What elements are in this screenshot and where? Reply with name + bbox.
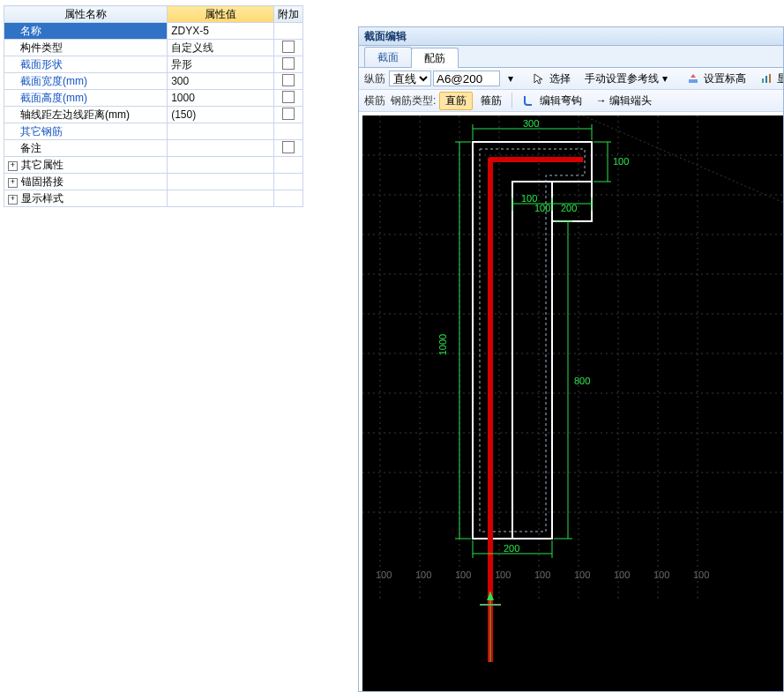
- show-label-button[interactable]: 显示标: [754, 70, 783, 88]
- expand-icon[interactable]: +: [8, 161, 18, 171]
- set-elevation-button[interactable]: 设置标高: [681, 70, 752, 88]
- ruler: 100 100 100 100 100 100 100 100 100: [376, 569, 709, 580]
- prop-name: +显示样式: [4, 190, 168, 207]
- spec-input[interactable]: [433, 71, 500, 86]
- svg-rect-3: [769, 74, 771, 83]
- prop-row-exp2[interactable]: +锚固搭接: [4, 174, 303, 190]
- prop-value[interactable]: [168, 190, 274, 207]
- expand-icon[interactable]: +: [8, 178, 18, 188]
- tab-rebar[interactable]: 配筋: [411, 48, 459, 68]
- col-extra-header: 附加: [273, 6, 302, 23]
- prop-value[interactable]: [168, 123, 274, 140]
- svg-text:100: 100: [534, 203, 550, 213]
- prop-name: 构件类型: [4, 40, 168, 56]
- prop-value[interactable]: 300: [168, 73, 274, 90]
- checkbox-icon[interactable]: [282, 141, 295, 153]
- checkbox-icon[interactable]: [282, 108, 295, 120]
- svg-text:300: 300: [523, 118, 539, 129]
- svg-text:200: 200: [561, 203, 577, 213]
- checkbox-icon[interactable]: [282, 91, 295, 103]
- prop-value[interactable]: (150): [168, 107, 274, 123]
- checkbox-icon[interactable]: [282, 57, 295, 70]
- svg-text:100: 100: [534, 569, 550, 580]
- prop-row-shape[interactable]: 截面形状异形: [4, 56, 303, 73]
- svg-text:100: 100: [376, 569, 392, 580]
- prop-extra[interactable]: [273, 107, 302, 123]
- svg-text:100: 100: [495, 569, 511, 580]
- prop-row-remark[interactable]: 备注: [4, 140, 303, 157]
- edit-end-button[interactable]: → 编辑端头: [590, 92, 658, 110]
- prop-row-exp3[interactable]: +显示样式: [4, 190, 303, 207]
- svg-text:100: 100: [455, 569, 471, 580]
- prop-extra[interactable]: [273, 140, 302, 157]
- dim-left: 1000: [437, 142, 471, 539]
- checkbox-icon[interactable]: [282, 74, 295, 86]
- col-name-header: 属性名称: [4, 6, 168, 23]
- prop-name: 截面宽度(mm): [4, 73, 168, 90]
- prop-value[interactable]: 1000: [168, 90, 274, 107]
- prop-row-height[interactable]: 截面高度(mm)1000: [4, 90, 303, 107]
- toolbar-row-2: 横筋 钢筋类型: 直筋 箍筋 编辑弯钩 → 编辑端头: [359, 90, 783, 112]
- svg-text:800: 800: [574, 376, 590, 386]
- elevation-icon: [687, 72, 699, 85]
- svg-text:200: 200: [504, 543, 519, 554]
- prop-name: 备注: [4, 140, 168, 157]
- manual-ref-button[interactable]: 手动设置参考线 ▾: [579, 70, 673, 88]
- straight-rebar-button[interactable]: 直筋: [439, 92, 473, 110]
- svg-rect-0: [689, 79, 698, 83]
- dim-right-100: 100: [594, 142, 629, 182]
- svg-rect-2: [765, 76, 767, 83]
- section-editor-window: 截面编辑 截面 配筋 纵筋 直线 ▾ 选择 手动设置参考线 ▾ 设置标高 显示标…: [358, 26, 784, 692]
- tab-section[interactable]: 截面: [364, 47, 412, 67]
- property-grid: 属性名称 属性值 附加 名称ZDYX-5构件类型自定义线截面形状异形截面宽度(m…: [4, 5, 303, 207]
- prop-extra[interactable]: [273, 90, 302, 107]
- spec-dropdown-button[interactable]: ▾: [502, 71, 519, 86]
- svg-text:100: 100: [614, 569, 630, 580]
- svg-text:100: 100: [653, 569, 669, 580]
- prop-row-axis[interactable]: 轴线距左边线距离(mm)(150): [4, 107, 303, 123]
- svg-text:100: 100: [693, 569, 709, 580]
- prop-extra: [273, 23, 302, 40]
- prop-row-width[interactable]: 截面宽度(mm)300: [4, 73, 303, 90]
- prop-name: +锚固搭接: [4, 174, 168, 190]
- stirrup-rebar-button[interactable]: 箍筋: [474, 92, 508, 110]
- editor-titlebar[interactable]: 截面编辑: [359, 27, 783, 46]
- prop-name: 截面形状: [4, 56, 168, 73]
- prop-extra: [273, 174, 302, 190]
- checkbox-icon[interactable]: [282, 41, 295, 53]
- prop-value[interactable]: 自定义线: [168, 40, 274, 56]
- prop-row-name[interactable]: 名称ZDYX-5: [4, 23, 303, 40]
- prop-extra[interactable]: [273, 56, 302, 73]
- hook-icon: [522, 94, 534, 107]
- prop-value[interactable]: [168, 157, 274, 174]
- svg-text:100: 100: [613, 156, 629, 167]
- svg-rect-1: [762, 78, 764, 83]
- edit-hook-button[interactable]: 编辑弯钩: [516, 92, 587, 110]
- prop-name: +其它属性: [4, 157, 168, 174]
- drawing-canvas[interactable]: 300 1000 100 100: [362, 115, 783, 691]
- prop-name: 轴线距左边线距离(mm): [4, 107, 168, 123]
- prop-value[interactable]: [168, 174, 274, 190]
- arrow-right-icon: →: [596, 94, 609, 107]
- line-type-select[interactable]: 直线: [389, 71, 431, 86]
- chart-icon: [760, 72, 773, 85]
- prop-row-exp1[interactable]: +其它属性: [4, 157, 303, 174]
- prop-extra[interactable]: [273, 40, 302, 56]
- prop-extra[interactable]: [273, 73, 302, 90]
- prop-value[interactable]: [168, 140, 274, 157]
- cursor-icon: [533, 72, 545, 85]
- prop-row-type[interactable]: 构件类型自定义线: [4, 40, 303, 56]
- dim-right-800: 800: [554, 221, 590, 539]
- prop-name: 截面高度(mm): [4, 90, 168, 107]
- svg-text:100: 100: [415, 569, 431, 580]
- prop-value[interactable]: ZDYX-5: [168, 23, 274, 40]
- vbar-label: 纵筋: [362, 71, 387, 86]
- prop-value[interactable]: 异形: [168, 56, 274, 73]
- dim-bottom: 200: [473, 540, 552, 558]
- select-button[interactable]: 选择: [526, 70, 577, 88]
- rebar-type-label: 钢筋类型:: [389, 93, 437, 108]
- expand-icon[interactable]: +: [8, 195, 18, 205]
- prop-extra: [273, 190, 302, 207]
- svg-text:100: 100: [574, 569, 590, 580]
- prop-row-other_rebar[interactable]: 其它钢筋: [4, 123, 303, 140]
